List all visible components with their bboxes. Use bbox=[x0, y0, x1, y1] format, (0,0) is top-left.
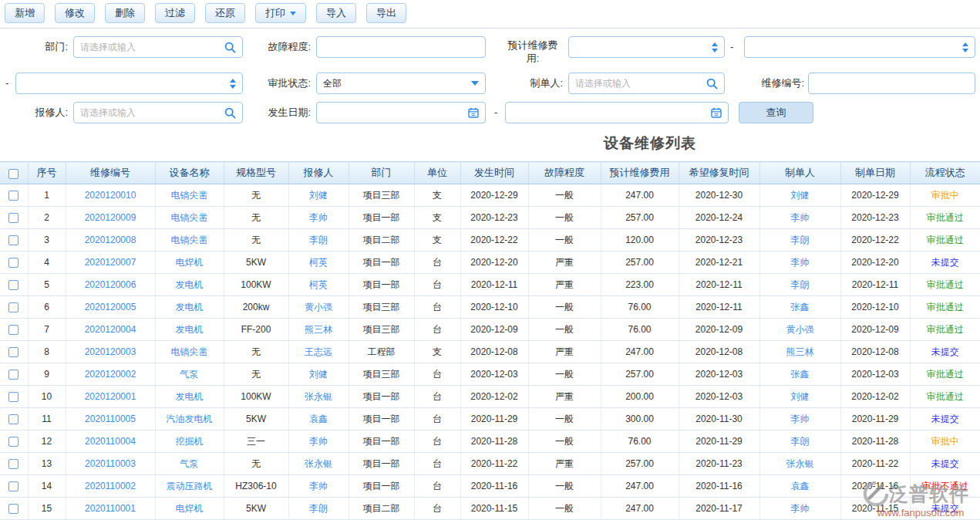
row-checkbox[interactable] bbox=[8, 459, 19, 469]
cell-no[interactable]: 2020110002 bbox=[66, 475, 155, 498]
creator-input[interactable]: 请选择或输入 bbox=[568, 73, 725, 94]
department-input[interactable]: 请选择或输入 bbox=[73, 36, 243, 58]
fault-degree-input[interactable] bbox=[316, 36, 486, 58]
cell-creator[interactable]: 张鑫 bbox=[759, 363, 840, 386]
delete-button[interactable]: 删除 bbox=[105, 3, 145, 23]
approval-status-select[interactable]: 全部 bbox=[316, 73, 486, 94]
row-checkbox[interactable] bbox=[8, 191, 19, 201]
cell-no[interactable]: 2020120006 bbox=[66, 274, 155, 296]
cell-creator[interactable]: 李朗 bbox=[759, 274, 840, 296]
cell-no[interactable]: 2020120008 bbox=[66, 229, 155, 252]
cell-creator[interactable]: 李朗 bbox=[759, 229, 840, 252]
cell-device[interactable]: 气泵 bbox=[155, 363, 224, 386]
cell-no[interactable]: 2020110005 bbox=[66, 408, 155, 431]
number-spinner-icon[interactable] bbox=[962, 42, 968, 52]
cell-creator[interactable]: 黄小强 bbox=[759, 319, 840, 341]
cell-creator[interactable]: 刘健 bbox=[759, 184, 840, 207]
cell-creator[interactable]: 袁鑫 bbox=[759, 475, 840, 498]
calendar-icon[interactable] bbox=[711, 107, 722, 118]
row-checkbox[interactable] bbox=[8, 437, 19, 447]
print-button[interactable]: 打印 bbox=[255, 3, 306, 23]
row-checkbox[interactable] bbox=[8, 280, 19, 290]
cell-creator[interactable]: 张鑫 bbox=[759, 296, 840, 319]
cell-reporter[interactable]: 王志远 bbox=[288, 341, 349, 363]
repair-no-input[interactable] bbox=[808, 73, 975, 94]
number-spinner-icon[interactable] bbox=[712, 42, 718, 52]
cell-creator[interactable]: 刘健 bbox=[759, 386, 840, 408]
cell-reporter[interactable]: 李朗 bbox=[288, 498, 349, 520]
cell-device[interactable]: 电焊机 bbox=[155, 252, 224, 274]
cell-device[interactable]: 发电机 bbox=[155, 274, 224, 296]
cell-reporter[interactable]: 李帅 bbox=[288, 431, 349, 453]
cell-device[interactable]: 震动压路机 bbox=[155, 475, 224, 498]
reporter-input[interactable]: 请选择或输入 bbox=[73, 102, 243, 123]
row-checkbox[interactable] bbox=[8, 213, 19, 223]
cell-creator[interactable]: 李朗 bbox=[759, 431, 840, 453]
cell-creator[interactable]: 李帅 bbox=[759, 252, 840, 274]
cell-device[interactable]: 发电机 bbox=[155, 319, 224, 341]
cell-device[interactable]: 电镐尖凿 bbox=[155, 207, 224, 229]
cell-no[interactable]: 2020120003 bbox=[66, 341, 155, 363]
cell-no[interactable]: 2020110003 bbox=[66, 453, 155, 475]
cell-device[interactable]: 汽油发电机 bbox=[155, 408, 224, 431]
row-checkbox[interactable] bbox=[8, 481, 19, 491]
row-checkbox[interactable] bbox=[8, 347, 19, 357]
cell-device[interactable]: 挖掘机 bbox=[155, 431, 224, 453]
cell-device[interactable]: 发电机 bbox=[155, 296, 224, 319]
export-button[interactable]: 导出 bbox=[366, 3, 406, 23]
cell-reporter[interactable]: 袁鑫 bbox=[288, 408, 349, 431]
number-spinner-icon[interactable] bbox=[230, 79, 236, 89]
cell-no[interactable]: 2020120002 bbox=[66, 363, 155, 386]
restore-button[interactable]: 还原 bbox=[205, 3, 245, 23]
cell-reporter[interactable]: 柯英 bbox=[288, 274, 349, 296]
cell-device[interactable]: 电镐尖凿 bbox=[155, 229, 224, 252]
cell-reporter[interactable]: 刘健 bbox=[288, 184, 349, 207]
occur-date-from-input[interactable] bbox=[316, 102, 486, 123]
row-checkbox[interactable] bbox=[8, 325, 19, 335]
cell-creator[interactable]: 李帅 bbox=[759, 408, 840, 431]
select-all-checkbox[interactable] bbox=[8, 169, 19, 179]
add-button[interactable]: 新增 bbox=[5, 3, 45, 23]
cell-no[interactable]: 2020110004 bbox=[66, 431, 155, 453]
estimated-cost-to-input[interactable] bbox=[744, 36, 975, 58]
occur-date-to-input[interactable] bbox=[505, 102, 729, 123]
row-checkbox[interactable] bbox=[8, 504, 19, 514]
calendar-icon[interactable] bbox=[468, 107, 479, 118]
cell-reporter[interactable]: 刘健 bbox=[288, 363, 349, 386]
cell-device[interactable]: 发电机 bbox=[155, 386, 224, 408]
row-checkbox[interactable] bbox=[8, 235, 19, 245]
estimated-cost-from-input[interactable] bbox=[568, 36, 725, 58]
cell-reporter[interactable]: 黄小强 bbox=[288, 296, 349, 319]
cell-creator[interactable]: 熊三林 bbox=[759, 341, 840, 363]
cell-reporter[interactable]: 李帅 bbox=[288, 475, 349, 498]
query-button[interactable]: 查询 bbox=[739, 102, 813, 123]
cell-no[interactable]: 2020120005 bbox=[66, 296, 155, 319]
cell-reporter[interactable]: 李朗 bbox=[288, 229, 349, 252]
row-checkbox[interactable] bbox=[8, 258, 19, 268]
import-button[interactable]: 导入 bbox=[316, 3, 356, 23]
cost-row2-input[interactable] bbox=[15, 73, 243, 94]
cell-reporter[interactable]: 熊三林 bbox=[288, 319, 349, 341]
cell-reporter[interactable]: 李帅 bbox=[288, 207, 349, 229]
cell-reporter[interactable]: 柯英 bbox=[288, 252, 349, 274]
cell-creator[interactable]: 李帅 bbox=[759, 498, 840, 520]
cell-creator[interactable]: 张永银 bbox=[759, 453, 840, 475]
cell-no[interactable]: 2020120004 bbox=[66, 319, 155, 341]
search-icon[interactable] bbox=[706, 78, 718, 89]
cell-no[interactable]: 2020120009 bbox=[66, 207, 155, 229]
row-checkbox[interactable] bbox=[8, 302, 19, 312]
row-checkbox[interactable] bbox=[8, 392, 19, 402]
row-checkbox[interactable] bbox=[8, 370, 19, 380]
cell-no[interactable]: 2020110001 bbox=[66, 498, 155, 520]
cell-no[interactable]: 2020120010 bbox=[66, 184, 155, 207]
cell-device[interactable]: 电焊机 bbox=[155, 498, 224, 520]
cell-reporter[interactable]: 张永银 bbox=[288, 453, 349, 475]
cell-no[interactable]: 2020120007 bbox=[66, 252, 155, 274]
cell-device[interactable]: 气泵 bbox=[155, 453, 224, 475]
cell-reporter[interactable]: 张永银 bbox=[288, 386, 349, 408]
filter-button[interactable]: 过滤 bbox=[155, 3, 195, 23]
edit-button[interactable]: 修改 bbox=[55, 3, 95, 23]
cell-creator[interactable]: 李帅 bbox=[759, 207, 840, 229]
search-icon[interactable] bbox=[224, 107, 236, 119]
cell-no[interactable]: 2020120001 bbox=[66, 386, 155, 408]
